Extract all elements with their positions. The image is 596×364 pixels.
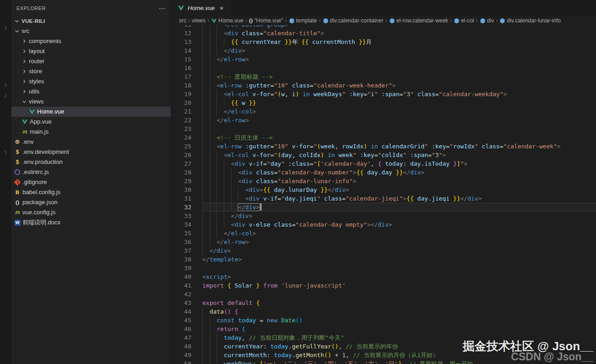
- js-icon: JS: [21, 127, 29, 137]
- breadcrumb-item[interactable]: src: [179, 17, 187, 24]
- code-line-32[interactable]: 32</div>: [171, 203, 596, 212]
- tree-item-router[interactable]: router: [11, 56, 171, 66]
- breadcrumb-separator-icon: ›: [476, 17, 478, 24]
- tree-item-babel.config.js[interactable]: Bbabel.config.js: [11, 187, 171, 197]
- breadcrumb-item[interactable]: div.calendar-lunar-info: [499, 17, 561, 24]
- line-number: 21: [171, 107, 202, 116]
- tree-item-vue.config.js[interactable]: JSvue.config.js: [11, 207, 171, 217]
- tab-bar: Home.vue ×: [171, 0, 596, 16]
- code-line-46[interactable]: 46return {: [171, 325, 596, 333]
- code-line-43[interactable]: 43export default {: [171, 299, 596, 307]
- code-line-21[interactable]: 21</el-col>: [171, 107, 596, 116]
- line-number: 31: [171, 194, 202, 203]
- breadcrumb-item[interactable]: Home.vue: [211, 17, 244, 24]
- line-number: 41: [171, 281, 202, 290]
- tree-item-src[interactable]: src: [11, 26, 171, 36]
- close-icon[interactable]: ×: [217, 4, 226, 12]
- text-cursor: [260, 203, 261, 211]
- code-line-41[interactable]: 41import { Solar } from 'lunar-javascrip…: [171, 281, 596, 290]
- breadcrumb-label: div: [487, 17, 494, 24]
- tree-item-.env.production[interactable]: $.env.production: [11, 157, 171, 167]
- tree-item-.gitignore[interactable]: .gitignore: [11, 177, 171, 187]
- breadcrumb-item[interactable]: {}"Home.vue": [249, 17, 284, 24]
- chevron-right-icon: [2, 149, 9, 156]
- tree-item-styles[interactable]: styles: [11, 76, 171, 87]
- code-line-30[interactable]: 30<div>{{ day.lunarDay }}</div>: [171, 185, 596, 194]
- code-line-49[interactable]: 49currentMonth: today.getMonth() + 1, //…: [171, 351, 596, 359]
- code-line-12[interactable]: 12<div class="calendar-title">: [171, 29, 596, 38]
- code-line-15[interactable]: 15</el-row>: [171, 55, 596, 64]
- code-line-45[interactable]: 45const today = new Date(): [171, 316, 596, 325]
- code-line-39[interactable]: 39: [171, 264, 596, 272]
- tree-item-views[interactable]: views: [11, 97, 171, 107]
- code-line-23[interactable]: 23: [171, 125, 596, 133]
- code-line-50[interactable]: 50weekDays: ['一', '二', '三', '四', '五', '六…: [171, 359, 596, 364]
- breadcrumb-item[interactable]: div: [479, 17, 494, 24]
- code-line-35[interactable]: 35</el-col>: [171, 229, 596, 238]
- code-line-48[interactable]: 48currentYear: today.getFullYear(), // 当…: [171, 342, 596, 351]
- tree-item-label: .gitignore: [22, 177, 47, 187]
- tree-item-.env.development[interactable]: $.env.development: [11, 147, 171, 157]
- tree-item-App.vue[interactable]: App.vue: [11, 117, 171, 127]
- code-line-27[interactable]: 27<div v-if="day" :class="['calendar-day…: [171, 159, 596, 168]
- vue-icon: [177, 5, 185, 11]
- tree-root-vue-rili[interactable]: VUE-RILI: [11, 16, 171, 26]
- line-number: 26: [171, 151, 202, 159]
- tree-item-package.json[interactable]: {}package.json: [11, 197, 171, 207]
- code-line-37[interactable]: 37</div>: [171, 246, 596, 255]
- code-line-42[interactable]: 42: [171, 290, 596, 299]
- dollar-icon: $: [13, 157, 22, 167]
- tree-item-Home.vue[interactable]: Home.vue: [11, 107, 171, 117]
- code-line-40[interactable]: 40<script>: [171, 272, 596, 281]
- code-line-36[interactable]: 36</el-row>: [171, 238, 596, 246]
- code-line-31[interactable]: 31<div v-if="day.jieqi" class="calendar-…: [171, 194, 596, 203]
- tree-item-.eslintrc.js[interactable]: .eslintrc.js: [11, 167, 171, 177]
- symbol-icon: [480, 18, 486, 24]
- line-number: 43: [171, 299, 202, 307]
- tree-item-layout[interactable]: layout: [11, 46, 171, 56]
- code-line-14[interactable]: 14</div>: [171, 46, 596, 55]
- line-number: 44: [171, 307, 202, 316]
- code-line-44[interactable]: 44data() {: [171, 307, 596, 316]
- more-actions-icon[interactable]: ⋯: [159, 5, 165, 11]
- tab-home-vue[interactable]: Home.vue ×: [171, 0, 231, 16]
- word-icon: W: [13, 220, 22, 226]
- code-line-22[interactable]: 22</el-row>: [171, 116, 596, 125]
- tree-item-store[interactable]: store: [11, 66, 171, 76]
- code-line-26[interactable]: 26<el-col v-for="(day, colIdx) in week" …: [171, 151, 596, 159]
- code-line-29[interactable]: 29<div class="calendar-lunar-info">: [171, 177, 596, 185]
- code-line-33[interactable]: 33</div>: [171, 212, 596, 220]
- code-line-25[interactable]: 25<el-row :gutter="10" v-for="(week, row…: [171, 142, 596, 151]
- code-line-19[interactable]: 19<el-col v-for="(w, i) in weekDays" :ke…: [171, 90, 596, 98]
- tree-item-components[interactable]: components: [11, 36, 171, 46]
- breadcrumb-label: views: [192, 17, 206, 24]
- code-line-18[interactable]: 18<el-row :gutter="10" class="calendar-w…: [171, 81, 596, 90]
- breadcrumb-item[interactable]: el-col: [453, 17, 475, 24]
- code-line-17[interactable]: 17<!-- 星期标题 -->: [171, 72, 596, 81]
- breadcrumb-item[interactable]: template: [288, 17, 318, 24]
- breadcrumb-item[interactable]: el-row.calendar-week: [389, 17, 449, 24]
- code-line-20[interactable]: 20{{ w }}: [171, 98, 596, 107]
- tree-item-.env[interactable]: ⚙.env: [11, 137, 171, 147]
- code-line-34[interactable]: 34<div v-else class="calendar-day empty"…: [171, 220, 596, 229]
- code-line-11[interactable]: 11</el-button-group>: [171, 25, 596, 29]
- tree-item-label: utils: [28, 87, 39, 97]
- tree-item-main.js[interactable]: JSmain.js: [11, 127, 171, 137]
- code-line-28[interactable]: 28<div class="calendar-day-number">{{ da…: [171, 168, 596, 177]
- line-number: 17: [171, 72, 202, 81]
- gear-icon: ⚙: [13, 137, 22, 147]
- breadcrumb-item[interactable]: views: [191, 17, 206, 24]
- tree-item-前端说明.docx[interactable]: W前端说明.docx: [11, 217, 171, 228]
- editor[interactable]: 11</el-button-group>12<div class="calend…: [171, 25, 596, 364]
- breadcrumb-item[interactable]: div.calendar-container: [322, 17, 384, 24]
- breadcrumb-separator-icon: ›: [285, 17, 287, 24]
- code-line-16[interactable]: 16: [171, 64, 596, 72]
- line-number: 19: [171, 90, 202, 98]
- code-line-24[interactable]: 24<!-- 日历主体 -->: [171, 133, 596, 142]
- explorer-header: EXPLORER ⋯: [11, 0, 171, 16]
- tree-item-label: .eslintrc.js: [22, 167, 49, 177]
- code-line-38[interactable]: 38</template>: [171, 255, 596, 264]
- code-line-47[interactable]: 47today, // 当前日期对象，用于判断"今天": [171, 333, 596, 342]
- tree-item-utils[interactable]: utils: [11, 87, 171, 97]
- code-line-13[interactable]: 13{{ currentYear }}年 {{ currentMonth }}月: [171, 38, 596, 46]
